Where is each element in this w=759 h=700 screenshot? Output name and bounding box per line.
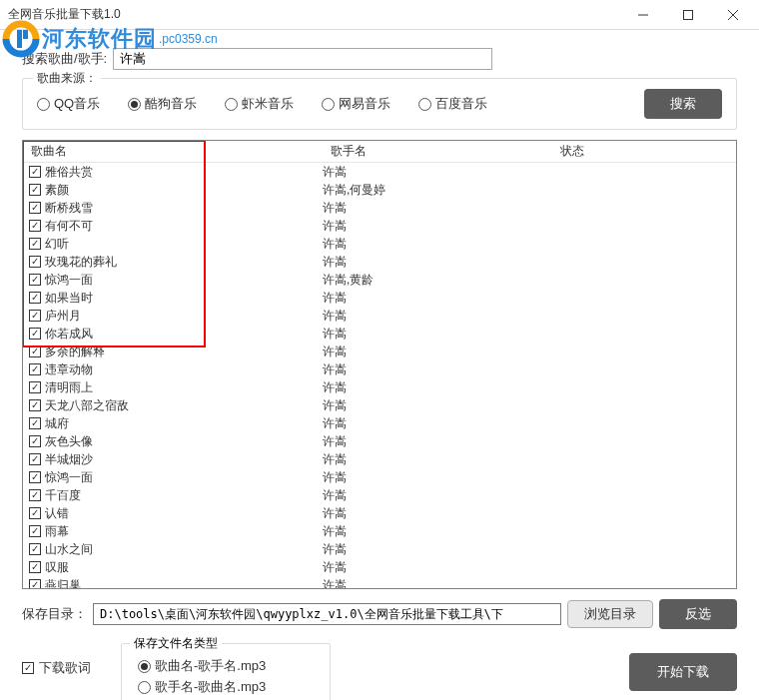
row-checkbox[interactable] xyxy=(29,166,41,178)
row-checkbox[interactable] xyxy=(29,292,41,304)
song-name: 认错 xyxy=(45,505,69,522)
table-row[interactable]: 断桥残雪许嵩 xyxy=(23,199,736,217)
song-name: 雅俗共赏 xyxy=(45,164,93,181)
row-checkbox[interactable] xyxy=(29,238,41,250)
row-checkbox[interactable] xyxy=(29,489,41,501)
table-body[interactable]: 雅俗共赏许嵩素颜许嵩,何曼婷断桥残雪许嵩有何不可许嵩幻听许嵩玫瑰花的葬礼许嵩惊鸿… xyxy=(23,163,736,588)
song-name: 多余的解释 xyxy=(45,344,105,360)
table-row[interactable]: 雅俗共赏许嵩 xyxy=(23,163,736,181)
row-checkbox[interactable] xyxy=(29,346,41,357)
song-name: 叹服 xyxy=(45,559,69,576)
row-checkbox[interactable] xyxy=(29,579,41,588)
table-row[interactable]: 山水之间许嵩 xyxy=(23,540,736,558)
table-row[interactable]: 你若成风许嵩 xyxy=(23,325,736,343)
table-row[interactable]: 多余的解释许嵩 xyxy=(23,343,736,360)
artist-name: 许嵩 xyxy=(323,164,552,181)
table-row[interactable]: 燕归巢许嵩 xyxy=(23,576,736,588)
table-row[interactable]: 半城烟沙许嵩 xyxy=(23,450,736,468)
artist-name: 许嵩,何曼婷 xyxy=(323,182,552,199)
row-checkbox[interactable] xyxy=(29,202,41,214)
row-checkbox[interactable] xyxy=(29,220,41,232)
row-checkbox[interactable] xyxy=(29,310,41,322)
row-checkbox[interactable] xyxy=(29,381,41,393)
row-checkbox[interactable] xyxy=(29,471,41,483)
source-netease[interactable]: 网易音乐 xyxy=(322,95,390,113)
table-row[interactable]: 庐州月许嵩 xyxy=(23,307,736,325)
filename-opt-artist-song[interactable]: 歌手名-歌曲名.mp3 xyxy=(138,678,314,696)
row-checkbox[interactable] xyxy=(29,363,41,375)
col-artist[interactable]: 歌手名 xyxy=(323,143,552,160)
table-row[interactable]: 幻听许嵩 xyxy=(23,235,736,253)
row-checkbox[interactable] xyxy=(29,453,41,465)
artist-name: 许嵩 xyxy=(323,397,552,414)
table-row[interactable]: 有何不可许嵩 xyxy=(23,217,736,235)
song-name: 半城烟沙 xyxy=(45,451,93,468)
row-checkbox[interactable] xyxy=(29,525,41,537)
song-name: 断桥残雪 xyxy=(45,200,93,217)
row-checkbox[interactable] xyxy=(29,417,41,429)
song-name: 有何不可 xyxy=(45,218,93,235)
download-lyrics-label: 下载歌词 xyxy=(39,659,91,677)
source-baidu[interactable]: 百度音乐 xyxy=(418,95,487,113)
row-checkbox[interactable] xyxy=(29,561,41,573)
artist-name: 许嵩 xyxy=(323,487,552,504)
row-checkbox[interactable] xyxy=(29,435,41,447)
table-row[interactable]: 惊鸿一面许嵩 xyxy=(23,468,736,486)
source-kugou[interactable]: 酷狗音乐 xyxy=(128,95,197,113)
row-checkbox[interactable] xyxy=(29,256,41,268)
artist-name: 许嵩 xyxy=(323,541,552,558)
table-row[interactable]: 玫瑰花的葬礼许嵩 xyxy=(23,253,736,271)
browse-button[interactable]: 浏览目录 xyxy=(567,600,653,628)
invert-select-button[interactable]: 反选 xyxy=(659,599,737,629)
table-row[interactable]: 清明雨上许嵩 xyxy=(23,378,736,396)
download-lyrics-checkbox[interactable]: 下载歌词 xyxy=(22,659,91,677)
artist-name: 许嵩 xyxy=(323,379,552,396)
table-row[interactable]: 叹服许嵩 xyxy=(23,558,736,576)
search-input[interactable] xyxy=(113,48,492,70)
titlebar: 全网音乐批量下载1.0 xyxy=(0,0,759,30)
table-row[interactable]: 违章动物许嵩 xyxy=(23,360,736,378)
minimize-button[interactable] xyxy=(620,1,665,29)
row-checkbox[interactable] xyxy=(29,274,41,286)
close-button[interactable] xyxy=(710,1,755,29)
checkbox-icon xyxy=(22,662,34,674)
maximize-button[interactable] xyxy=(665,1,710,29)
artist-name: 许嵩 xyxy=(323,469,552,486)
table-row[interactable]: 天龙八部之宿敌许嵩 xyxy=(23,396,736,414)
song-name: 幻听 xyxy=(45,236,69,253)
artist-name: 许嵩 xyxy=(323,326,552,343)
song-name: 你若成风 xyxy=(45,326,93,343)
table-row[interactable]: 千百度许嵩 xyxy=(23,486,736,504)
source-qq[interactable]: QQ音乐 xyxy=(37,95,100,113)
table-row[interactable]: 如果当时许嵩 xyxy=(23,289,736,307)
table-row[interactable]: 雨幕许嵩 xyxy=(23,522,736,540)
row-checkbox[interactable] xyxy=(29,328,41,340)
row-checkbox[interactable] xyxy=(29,184,41,196)
artist-name: 许嵩 xyxy=(323,361,552,378)
svg-rect-0 xyxy=(683,10,692,19)
col-status[interactable]: 状态 xyxy=(552,143,736,160)
table-row[interactable]: 惊鸿一面许嵩,黄龄 xyxy=(23,271,736,289)
search-button[interactable]: 搜索 xyxy=(644,89,722,119)
table-row[interactable]: 灰色头像许嵩 xyxy=(23,432,736,450)
search-label: 搜索歌曲/歌手: xyxy=(22,50,107,68)
table-row[interactable]: 认错许嵩 xyxy=(23,504,736,522)
row-checkbox[interactable] xyxy=(29,543,41,555)
artist-name: 许嵩 xyxy=(323,308,552,325)
song-name: 天龙八部之宿敌 xyxy=(45,397,129,414)
start-download-button[interactable]: 开始下载 xyxy=(629,653,737,691)
col-song[interactable]: 歌曲名 xyxy=(23,143,323,160)
artist-name: 许嵩 xyxy=(323,415,552,432)
table-row[interactable]: 城府许嵩 xyxy=(23,414,736,432)
source-label: 歌曲来源： xyxy=(33,70,101,87)
window-title: 全网音乐批量下载1.0 xyxy=(8,6,620,23)
source-xiami[interactable]: 虾米音乐 xyxy=(225,95,294,113)
save-dir-input[interactable] xyxy=(93,603,561,625)
song-name: 千百度 xyxy=(45,487,81,504)
row-checkbox[interactable] xyxy=(29,507,41,519)
table-row[interactable]: 素颜许嵩,何曼婷 xyxy=(23,181,736,199)
filename-opt-song-artist[interactable]: 歌曲名-歌手名.mp3 xyxy=(138,657,314,675)
artist-name: 许嵩 xyxy=(323,344,552,360)
row-checkbox[interactable] xyxy=(29,399,41,411)
artist-name: 许嵩 xyxy=(323,200,552,217)
